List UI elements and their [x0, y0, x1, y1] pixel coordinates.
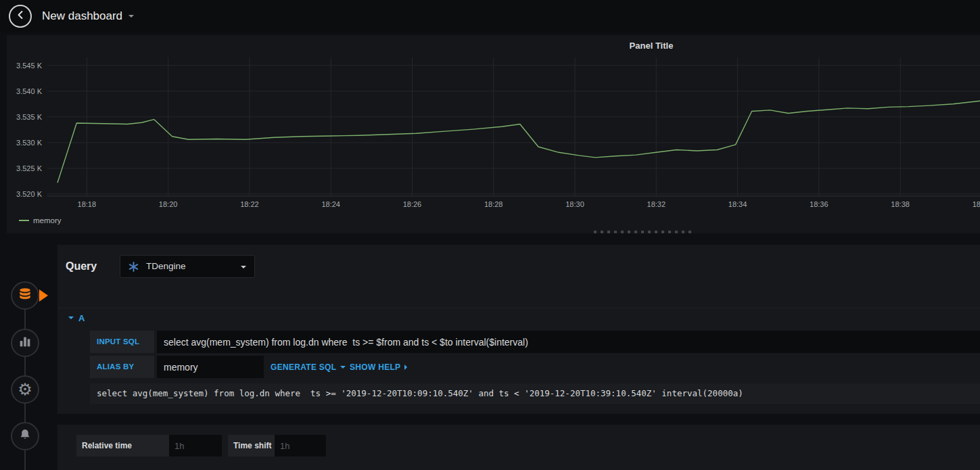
svg-text:18:24: 18:24	[321, 200, 340, 208]
svg-text:3.540 K: 3.540 K	[16, 87, 43, 95]
query-editor-card: Query TDengine A	[57, 245, 980, 414]
legend-label: memory	[33, 216, 62, 225]
svg-text:3.530 K: 3.530 K	[16, 139, 43, 147]
horizontal-scrollbar[interactable]	[594, 231, 695, 233]
svg-text:3.535 K: 3.535 K	[16, 113, 43, 121]
svg-text:18:28: 18:28	[484, 200, 503, 208]
svg-text:18:30: 18:30	[565, 200, 584, 208]
grafana-panel-edit-page: New dashboard Panel Title 18:1818:2018:2…	[0, 0, 980, 470]
chart-legend: memory	[19, 215, 62, 226]
input-sql-label: INPUT SQL	[90, 331, 154, 353]
alias-by-row: ALIAS BY GENERATE SQL SHOW HELP	[90, 356, 980, 378]
tab-queries[interactable]	[11, 281, 39, 310]
svg-text:3.520 K: 3.520 K	[16, 190, 43, 198]
tdengine-logo-icon	[128, 261, 139, 275]
time-options-card: Relative time Time shift	[57, 425, 980, 470]
generate-sql-label: GENERATE SQL	[271, 362, 336, 372]
relative-time-input[interactable]	[169, 435, 222, 456]
svg-text:18:38: 18:38	[891, 200, 910, 208]
dashboard-title[interactable]: New dashboard	[42, 0, 134, 32]
query-header: Query TDengine	[66, 255, 980, 278]
gear-icon: ⚙	[18, 381, 32, 398]
show-help-button[interactable]: SHOW HELP	[350, 356, 407, 378]
generated-sql-text: select avg(mem_system) from log.dn where…	[90, 383, 980, 404]
chevron-right-icon	[404, 365, 407, 370]
svg-text:18:34: 18:34	[728, 200, 747, 208]
time-shift-label: Time shift	[228, 435, 275, 456]
svg-text:18:36: 18:36	[810, 200, 829, 208]
generate-sql-button[interactable]: GENERATE SQL	[271, 356, 346, 378]
legend-swatch	[19, 220, 29, 221]
bar-chart-icon	[18, 334, 32, 352]
collapse-chevron-icon	[68, 316, 74, 319]
svg-text:3.525 K: 3.525 K	[16, 164, 43, 172]
tab-visualization[interactable]	[11, 329, 39, 357]
back-button[interactable]	[9, 5, 32, 28]
dashboard-title-text: New dashboard	[42, 9, 122, 23]
time-shift-input[interactable]	[275, 435, 326, 456]
legend-item-memory[interactable]: memory	[19, 216, 62, 225]
svg-text:3.545 K: 3.545 K	[16, 62, 43, 70]
graph-panel: Panel Title 18:1818:2018:2218:2418:2618:…	[7, 35, 980, 233]
input-sql-field[interactable]	[157, 331, 980, 353]
relative-time-label: Relative time	[76, 435, 169, 456]
time-series-chart[interactable]: 18:1818:2018:2218:2418:2618:2818:3018:32…	[7, 54, 980, 214]
svg-text:18:26: 18:26	[403, 200, 422, 208]
chevron-down-icon	[340, 366, 346, 369]
datasource-picker[interactable]: TDengine	[120, 255, 255, 278]
panel-title[interactable]: Panel Title	[609, 41, 694, 51]
svg-text:18:32: 18:32	[647, 200, 666, 208]
query-section-label: Query	[66, 255, 97, 278]
svg-text:18:40: 18:40	[973, 200, 980, 208]
alias-by-field[interactable]	[157, 356, 264, 378]
active-tab-arrow-icon	[39, 289, 48, 302]
chevron-down-icon	[129, 15, 134, 18]
svg-text:18:20: 18:20	[159, 200, 178, 208]
query-row-header[interactable]: A	[57, 308, 980, 327]
top-navbar: New dashboard	[0, 0, 980, 32]
svg-text:18:22: 18:22	[240, 200, 259, 208]
input-sql-row: INPUT SQL	[90, 331, 980, 353]
show-help-label: SHOW HELP	[350, 362, 400, 372]
bell-icon	[18, 427, 32, 445]
chevron-down-icon	[241, 266, 246, 268]
svg-text:18:18: 18:18	[78, 200, 97, 208]
datasource-name: TDengine	[146, 256, 186, 277]
tab-general[interactable]: ⚙	[11, 375, 39, 404]
alias-by-label: ALIAS BY	[90, 356, 154, 378]
query-ref-id: A	[78, 313, 85, 323]
tab-alert[interactable]	[11, 422, 39, 450]
arrow-left-icon	[15, 9, 26, 23]
database-icon	[18, 287, 32, 304]
